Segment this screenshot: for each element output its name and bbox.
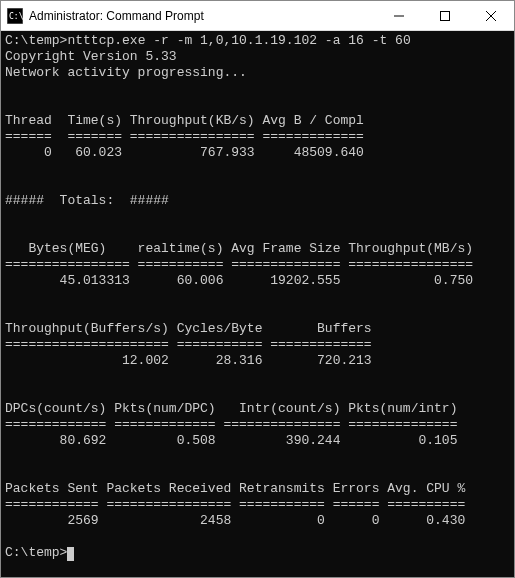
prompt-path: C:\temp> — [5, 33, 67, 48]
table-header: Thread Time(s) Throughput(KB/s) Avg B / … — [5, 113, 364, 128]
table-header: Bytes(MEG) realtime(s) Avg Frame Size Th… — [5, 241, 473, 256]
table-row: 12.002 28.316 720.213 — [5, 353, 372, 368]
svg-text:C:\: C:\ — [9, 12, 23, 21]
command-prompt-window: C:\ Administrator: Command Prompt C:\tem… — [0, 0, 515, 578]
prompt-path: C:\temp> — [5, 545, 67, 560]
output-line: Copyright Version 5.33 — [5, 49, 177, 64]
table-separator: ============= ============= ============… — [5, 417, 457, 432]
output-line: Network activity progressing... — [5, 65, 247, 80]
table-row: 45.013313 60.006 19202.555 0.750 — [5, 273, 473, 288]
table-separator: ====== ======= ================ ========… — [5, 129, 364, 144]
svg-rect-4 — [441, 11, 450, 20]
command-text: ntttcp.exe -r -m 1,0,10.1.19.102 -a 16 -… — [67, 33, 410, 48]
window-title: Administrator: Command Prompt — [29, 9, 376, 23]
table-header: Throughput(Buffers/s) Cycles/Byte Buffer… — [5, 321, 372, 336]
totals-label: ##### Totals: ##### — [5, 193, 169, 208]
maximize-button[interactable] — [422, 1, 468, 30]
close-button[interactable] — [468, 1, 514, 30]
table-row: 80.692 0.508 390.244 0.105 — [5, 433, 457, 448]
table-separator: ================ =========== ===========… — [5, 257, 473, 272]
minimize-button[interactable] — [376, 1, 422, 30]
table-row: 0 60.023 767.933 48509.640 — [5, 145, 364, 160]
table-header: DPCs(count/s) Pkts(num/DPC) Intr(count/s… — [5, 401, 457, 416]
cursor — [67, 547, 74, 561]
table-row: 2569 2458 0 0 0.430 — [5, 513, 465, 528]
titlebar: C:\ Administrator: Command Prompt — [1, 1, 514, 31]
table-header: Packets Sent Packets Received Retransmit… — [5, 481, 465, 496]
table-separator: ===================== =========== ======… — [5, 337, 372, 352]
window-controls — [376, 1, 514, 30]
cmd-icon: C:\ — [7, 8, 23, 24]
table-separator: ============ ================ ==========… — [5, 497, 465, 512]
terminal-area[interactable]: C:\temp>ntttcp.exe -r -m 1,0,10.1.19.102… — [1, 31, 514, 577]
